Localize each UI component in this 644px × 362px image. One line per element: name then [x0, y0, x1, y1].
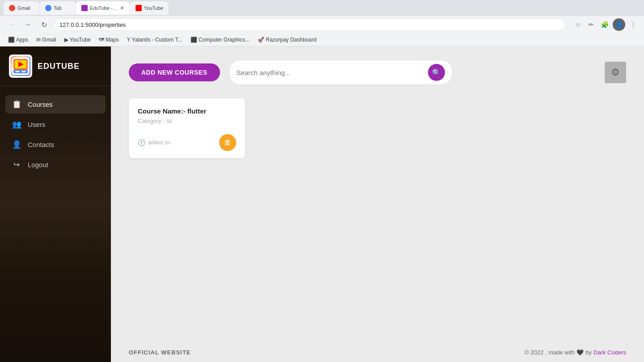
bookmark-label: ✉ Gmail [36, 37, 56, 43]
contacts-icon: 👤 [12, 140, 21, 149]
sidebar-nav: 📋 Courses 👥 Users 👤 Contacts ↪ Logout [0, 86, 111, 362]
delete-button[interactable]: 🗑 [219, 134, 236, 151]
bookmark-razorpay[interactable]: 🚀 Razorpay Dashboard [254, 36, 320, 44]
tab-close-icon[interactable]: ✕ [120, 5, 124, 11]
browser-toolbar: ☆ ✏ 🧩 👤 ⋮ [572, 18, 639, 31]
address-bar[interactable]: 127.0.0.1:5000/properties [54, 18, 565, 31]
logout-icon: ↪ [12, 160, 21, 169]
added-on-label: 🕐 added on [138, 139, 170, 146]
author-link[interactable]: Dark Coders [593, 349, 626, 356]
tab-label: Tab [54, 5, 62, 11]
bookmark-gmail[interactable]: ✉ Gmail [33, 36, 60, 44]
tab-label: YouTube [144, 5, 163, 11]
sidebar-item-contacts[interactable]: 👤 Contacts [5, 135, 106, 154]
users-icon: 👥 [12, 120, 21, 129]
logo-box [9, 55, 32, 78]
pen-icon[interactable]: ✏ [586, 19, 597, 30]
tab-edutube[interactable]: EduTube - Properties ✕ [76, 1, 130, 15]
clock-icon: 🕐 [138, 139, 145, 146]
search-input[interactable] [237, 69, 423, 76]
course-category: Category:- ss [138, 118, 236, 124]
back-button[interactable]: ← [5, 18, 18, 31]
tab-label: Gmail [17, 5, 30, 11]
course-card-footer: 🕐 added on 🗑 [138, 134, 236, 151]
courses-icon: 📋 [12, 100, 21, 109]
url-text: 127.0.0.1:5000/properties [59, 21, 126, 28]
extensions-icon[interactable]: 🧩 [599, 19, 610, 30]
sidebar-item-label: Courses [28, 101, 53, 108]
footer-right: © 2022 , made with 🖤 by Dark Coders [525, 349, 626, 356]
top-bar: ADD NEW COURSES 🔍 ⚙ [129, 60, 626, 85]
added-on-text: added on [148, 139, 170, 146]
tab-2[interactable]: Tab [40, 1, 76, 15]
search-wrapper: 🔍 [229, 60, 453, 85]
by-text: by [585, 349, 592, 356]
trash-icon: 🗑 [224, 139, 231, 147]
reload-button[interactable]: ↻ [38, 18, 50, 31]
copyright-text: © 2022 , made with [525, 349, 575, 356]
add-courses-button[interactable]: ADD NEW COURSES [129, 63, 220, 81]
bookmark-label: ▶ YouTube [64, 37, 91, 43]
search-button[interactable]: 🔍 [428, 64, 445, 81]
sidebar-item-users[interactable]: 👥 Users [5, 115, 106, 134]
bookmark-apps[interactable]: ⬛ Apps [4, 36, 32, 44]
app-wrapper: EDUTUBE 📋 Courses 👥 Users 👤 Contacts ↪ [0, 46, 644, 362]
browser-tab-bar: Gmail Tab EduTube - Properties ✕ YouTube [0, 0, 644, 16]
tabs-container: Gmail Tab EduTube - Properties ✕ YouTube [4, 0, 640, 16]
footer: OFFICIAL WEBSITE © 2022 , made with 🖤 by… [111, 342, 644, 362]
bookmark-label: 🚀 Razorpay Dashboard [258, 37, 317, 43]
sidebar-item-label: Logout [28, 161, 48, 168]
sidebar-item-logout[interactable]: ↪ Logout [5, 156, 106, 174]
svg-rect-5 [15, 71, 20, 72]
profile-icon[interactable]: 👤 [613, 18, 625, 31]
bookmark-label: Y Yalantis - Custom T... [127, 37, 182, 43]
bookmark-cg[interactable]: ⬛ Computer Graphics... [187, 36, 253, 44]
bookmark-label: ⬛ Apps [8, 37, 28, 43]
top-bar-left: ADD NEW COURSES 🔍 [129, 60, 596, 85]
forward-button[interactable]: → [21, 18, 34, 31]
course-card: Course Name:- flutter Category:- ss 🕐 ad… [129, 98, 245, 158]
logo-text: EDUTUBE [38, 62, 80, 71]
sidebar-content: EDUTUBE 📋 Courses 👥 Users 👤 Contacts ↪ [0, 46, 111, 362]
bookmark-label: ⬛ Computer Graphics... [191, 37, 250, 43]
sidebar: EDUTUBE 📋 Courses 👥 Users 👤 Contacts ↪ [0, 46, 111, 362]
tab-youtube[interactable]: YouTube [130, 1, 169, 15]
menu-icon[interactable]: ⋮ [628, 19, 639, 30]
logo-image [11, 56, 30, 76]
content-area: ADD NEW COURSES 🔍 ⚙ Course Name:- flutte… [111, 46, 644, 342]
main-content: ADD NEW COURSES 🔍 ⚙ Course Name:- flutte… [111, 46, 644, 362]
browser-controls: ← → ↻ 127.0.0.1:5000/properties ☆ ✏ 🧩 👤 … [0, 16, 644, 33]
bookmark-icon[interactable]: ☆ [572, 19, 583, 30]
bookmark-youtube[interactable]: ▶ YouTube [61, 36, 94, 44]
svg-rect-6 [21, 71, 26, 72]
bookmark-label: 🗺 Maps [99, 37, 119, 43]
settings-button[interactable]: ⚙ [605, 62, 626, 83]
sidebar-item-label: Users [28, 121, 45, 128]
sidebar-item-label: Contacts [28, 141, 54, 148]
tab-gmail[interactable]: Gmail [4, 1, 39, 15]
official-website-link[interactable]: OFFICIAL WEBSITE [129, 349, 191, 356]
tab-label: EduTube - Properties [90, 5, 118, 11]
bookmark-yalantis[interactable]: Y Yalantis - Custom T... [123, 36, 186, 44]
course-name: Course Name:- flutter [138, 107, 236, 115]
sidebar-item-courses[interactable]: 📋 Courses [5, 95, 106, 114]
heart-icon: 🖤 [576, 349, 584, 356]
search-icon: 🔍 [432, 68, 441, 77]
bookmark-maps[interactable]: 🗺 Maps [95, 36, 123, 44]
gear-icon: ⚙ [611, 67, 620, 78]
courses-grid: Course Name:- flutter Category:- ss 🕐 ad… [129, 98, 626, 158]
sidebar-logo: EDUTUBE [0, 46, 111, 86]
bookmarks-bar: ⬛ Apps ✉ Gmail ▶ YouTube 🗺 Maps Y Yalant… [0, 33, 644, 46]
